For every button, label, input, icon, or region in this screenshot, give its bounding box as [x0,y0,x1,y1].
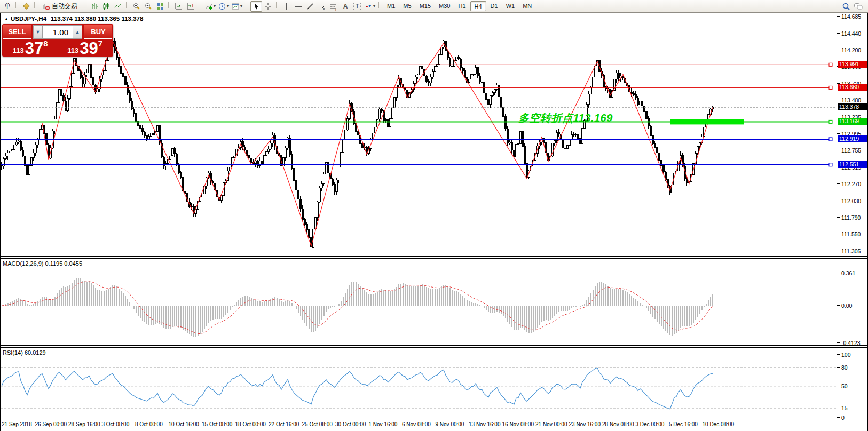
cursor-button[interactable] [250,1,262,12]
chat-icon[interactable] [854,2,863,11]
price-chart-pane[interactable]: ▲USDJPY-,H4113.374 113.380 113.365 113.3… [1,13,837,256]
price-tick: 0.00 [841,302,852,309]
time-tick: 23 Nov 16:00 [569,421,601,427]
main-toolbar: 单 自动交易 ▾ ▾ ▾ E F A T ▾ M1M5M15M30H1H4D1W… [0,0,868,13]
timeframe-h4[interactable]: H4 [470,1,486,11]
one-click-trading-panel: SELL ▼ 1.00 ▲ BUY 113378 113397 [2,24,113,57]
volume-input[interactable]: 1.00 [43,25,73,39]
trendline-tool[interactable] [304,1,316,12]
pane-splitter[interactable] [1,345,867,348]
timeframe-m15[interactable]: M15 [416,1,435,11]
toolbar-separator [15,2,19,11]
fibonacci-icon: F [329,2,338,11]
horizontal-line-tool[interactable] [293,1,304,12]
cursor-icon [252,2,261,11]
collapse-arrow-icon[interactable]: ▲ [4,17,9,21]
indicators-button[interactable]: ▾ [203,1,217,12]
candlestick-chart[interactable] [1,13,837,256]
request-icon[interactable] [20,1,32,12]
time-tick: 30 Oct 00:00 [335,421,366,427]
zoom-out-button[interactable] [143,1,154,12]
buy-button[interactable]: BUY [84,25,112,39]
volume-increase-button[interactable]: ▲ [73,25,82,39]
price-tick: 0 [841,414,845,421]
time-tick: 5 Dec 16:00 [669,421,698,427]
time-tick: 6 Nov 08:00 [402,421,431,427]
macd-pane[interactable]: MACD(12,26,9) 0.1195 0.0455 [1,259,837,345]
sell-button[interactable]: SELL [3,25,31,39]
timeframe-m30[interactable]: M30 [435,1,454,11]
sell-price[interactable]: 113378 [3,39,58,57]
tile-windows-button[interactable] [154,1,166,12]
chart-shift-button[interactable] [185,1,196,12]
timeframe-d1[interactable]: D1 [487,1,502,11]
timeframe-w1[interactable]: W1 [502,1,519,11]
price-level-label: 113.660 [838,84,867,91]
price-tick: 114.440 [841,30,861,37]
text-label-tool[interactable]: T [351,1,363,12]
toolbar-separator [168,2,171,11]
timeframe-mn[interactable]: MN [519,1,535,11]
equidistant-channel-tool[interactable]: E [316,1,328,12]
vertical-line-tool[interactable] [281,1,293,12]
zoom-in-icon [132,2,141,11]
price-tick: 15 [841,405,848,411]
pivot-annotation: 多空转折点113.169 [518,111,613,125]
volume-decrease-button[interactable]: ▼ [33,25,43,39]
trendline-icon [306,2,314,11]
chevron-down-icon: ▾ [227,4,229,9]
chevron-down-icon: ▾ [373,4,375,9]
new-order-button[interactable]: 单 [2,1,13,12]
zoom-in-button[interactable] [131,1,143,12]
tile-windows-icon [156,2,164,11]
rsi-pane[interactable]: RSI(14) 60.0129 [1,348,837,418]
templates-button[interactable]: ▾ [230,1,243,12]
time-tick: 25 Oct 08:00 [302,421,333,427]
bar-chart-button[interactable] [89,1,100,12]
indicators-icon [204,2,213,11]
sell-price-pips: 37 [25,42,43,55]
pane-splitter[interactable] [1,256,867,259]
text-tool[interactable]: A [340,1,351,12]
timeframe-m5[interactable]: M5 [399,1,415,11]
vertical-line-icon [282,2,291,11]
text-icon: A [343,3,348,10]
buy-price[interactable]: 113397 [58,39,113,57]
timeframe-h1[interactable]: H1 [454,1,469,11]
toolbar-separator [84,2,87,11]
crosshair-button[interactable] [262,1,274,12]
rsi-chart [1,348,837,418]
arrows-tool[interactable]: ▾ [363,1,376,12]
buy-price-figure: 113 [67,47,78,54]
candlestick-chart-button[interactable] [100,1,112,12]
volume-spinner: ▼ 1.00 ▲ [33,25,82,39]
rsi-label: RSI(14) 60.0129 [3,349,46,356]
ohlc-values: 113.374 113.380 113.365 113.378 [51,15,143,22]
price-level-label: 112.919 [838,135,867,142]
time-tick: 28 Nov 08:00 [602,421,634,427]
time-tick: 1 Nov 16:00 [369,421,398,427]
chart-shift-icon [186,2,195,11]
horizontal-line-icon [294,2,303,11]
clock-icon [218,2,226,11]
line-chart-button[interactable] [112,1,124,12]
search-icon[interactable] [842,2,850,11]
toolbar-separator [276,2,279,11]
price-tick: 111.305 [841,248,861,254]
time-tick: 15 Oct 08:00 [202,421,232,427]
toolbar-separator [246,2,249,11]
timeframe-m1[interactable]: M1 [383,1,399,11]
autotrade-icon [42,2,50,11]
zoom-out-icon [144,2,153,11]
fibonacci-tool[interactable]: F [328,1,340,12]
channel-icon: E [318,2,326,11]
price-axis[interactable]: 114.685114.440114.200113.960113.720113.4… [837,13,867,418]
time-axis[interactable]: 21 Sep 201826 Sep 00:0028 Sep 16:003 Oct… [1,418,867,431]
auto-scroll-button[interactable] [173,1,185,12]
price-level-label: 112.551 [838,161,867,168]
periods-button[interactable]: ▾ [217,1,230,12]
toolbar-separator [199,2,202,11]
price-level-label: 113.169 [838,118,867,125]
autotrading-button[interactable]: 自动交易 [39,1,82,12]
price-tick: 0.361 [841,270,855,276]
